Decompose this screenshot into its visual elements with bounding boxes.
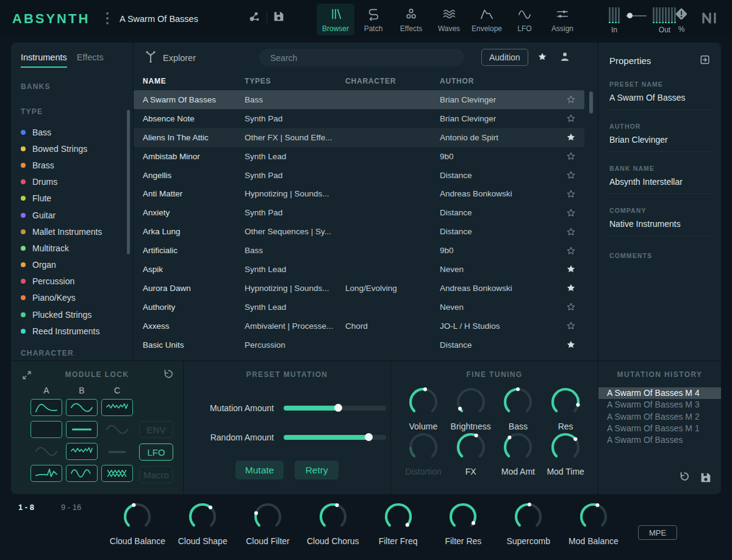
table-row[interactable]: Anti MatterHypnotizing | Sounds...Andrea… (134, 184, 584, 203)
knob-dial[interactable] (550, 386, 581, 420)
tab-effects[interactable]: Effects (392, 4, 430, 35)
knob-mod-balance[interactable]: Mod Balance (561, 501, 626, 546)
type-item-bowed-strings[interactable]: Bowed Strings (21, 140, 133, 157)
retry-button[interactable]: Retry (295, 461, 339, 479)
history-item[interactable]: A Swarm Of Basses (598, 434, 721, 446)
knob-filter-res[interactable]: Filter Res (431, 501, 496, 546)
table-row[interactable]: Ambistab MinorSynth Lead9b0 (134, 147, 584, 166)
favorite-star-icon[interactable] (558, 170, 584, 180)
mpe-button[interactable]: MPE (638, 525, 677, 540)
table-row[interactable]: AuthoritySynth LeadNeven (134, 298, 584, 317)
knob-dial[interactable] (455, 386, 487, 420)
tab-effects[interactable]: Effects (77, 52, 104, 68)
ni-logo[interactable] (699, 10, 720, 28)
history-item[interactable]: A Swarm Of Basses M 4 (598, 387, 721, 399)
table-row[interactable]: Aurora DawnHypnotizing | Sounds...Long/E… (134, 279, 584, 298)
knob-dial[interactable] (318, 501, 348, 534)
module-lock-sine-wave-c[interactable] (101, 421, 133, 438)
module-lock-xwave-wave-c[interactable] (101, 465, 133, 482)
section-character[interactable]: CHARACTER (21, 349, 133, 357)
knob-cloud-shape[interactable]: Cloud Shape (170, 501, 235, 546)
knob-filter-freq[interactable]: Filter Freq (365, 501, 431, 546)
favorite-star-icon[interactable] (558, 302, 584, 312)
section-banks[interactable]: BANKS (21, 82, 133, 91)
sidebar-scrollbar[interactable] (127, 110, 130, 254)
table-row[interactable]: Arka LungOther Sequences | Sy...Distance (134, 222, 584, 241)
knob-dial[interactable] (122, 501, 152, 534)
type-item-reed-instruments[interactable]: Reed Instruments (21, 323, 133, 339)
expand-icon[interactable] (21, 369, 33, 384)
knob-cloud-filter[interactable]: Cloud Filter (235, 501, 301, 546)
save-icon[interactable] (272, 10, 285, 26)
table-row[interactable]: AnxietySynth PadDistance (134, 203, 584, 222)
tab-waves[interactable]: Waves (430, 4, 468, 35)
knob-brightness[interactable]: Brightness (447, 386, 495, 431)
favorite-star-icon[interactable] (558, 151, 584, 161)
page-tab-9-16[interactable]: 9 - 16 (61, 503, 81, 512)
knob-dial[interactable] (407, 386, 439, 420)
module-lock-noise-wave-c[interactable] (101, 399, 133, 416)
table-row[interactable]: AxxessAmbivalent | Processe...ChordJO-L … (134, 317, 584, 336)
module-lock-button-env[interactable]: ENV (139, 421, 173, 438)
type-item-piano-keys[interactable]: Piano/Keys (21, 290, 133, 306)
knob-dial[interactable] (550, 431, 581, 465)
module-lock-noise-wave-b[interactable] (66, 443, 98, 460)
knob-dial[interactable] (578, 501, 609, 534)
reset-icon[interactable] (162, 368, 173, 382)
module-lock-button-macro[interactable]: Macro (139, 466, 173, 483)
knob-mod-time[interactable]: Mod Time (542, 431, 589, 476)
undo-icon[interactable] (678, 471, 689, 487)
save-mutation-icon[interactable] (699, 471, 712, 487)
knob-fx[interactable]: FX (447, 431, 495, 476)
type-item-brass[interactable]: Brass (21, 157, 133, 173)
knob-cloud-balance[interactable]: Cloud Balance (105, 501, 170, 546)
module-lock-ramp-wave-a[interactable] (30, 465, 62, 482)
module-lock-hill-wave-a[interactable] (30, 399, 62, 416)
tab-patch[interactable]: Patch (354, 4, 392, 35)
knob-mod-amt[interactable]: Mod Amt (495, 431, 542, 476)
type-item-plucked-strings[interactable]: Plucked Strings (21, 306, 133, 323)
history-item[interactable]: A Swarm Of Basses M 1 (598, 423, 721, 434)
favorite-star-icon[interactable] (558, 95, 584, 104)
knob-dial[interactable] (187, 501, 218, 534)
knob-volume[interactable]: Volume (400, 386, 447, 431)
table-row[interactable]: Basic UnitsPercussionDistance (134, 336, 584, 354)
table-row[interactable]: AngellisSynth PadDistance (134, 166, 584, 185)
module-lock-button-lfo[interactable]: LFO (139, 443, 173, 461)
panel-collapse-icon[interactable] (699, 54, 711, 68)
audition-button[interactable]: Audition (481, 49, 528, 66)
knob-res[interactable]: Res (542, 386, 589, 431)
history-item[interactable]: A Swarm Of Basses M 2 (598, 411, 721, 423)
table-row[interactable]: AspikSynth LeadNeven (134, 260, 584, 279)
knob-dial[interactable] (502, 431, 534, 465)
history-item[interactable]: A Swarm Of Basses M 3 (598, 399, 721, 411)
menu-dots-icon[interactable] (106, 12, 109, 24)
column-header-character[interactable]: CHARACTER (345, 77, 440, 85)
tab-assign[interactable]: Assign (544, 4, 581, 35)
type-item-percussion[interactable]: Percussion (21, 273, 133, 290)
explorer-button[interactable]: Explorer (144, 50, 196, 65)
random-icon[interactable] (247, 9, 262, 26)
favorite-star-filled-icon[interactable] (558, 340, 584, 350)
column-header-author[interactable]: AUTHOR (440, 77, 558, 85)
module-lock-hline-wave-b[interactable] (66, 421, 98, 438)
table-row[interactable]: ArtificialicBass9b0 (134, 241, 584, 260)
favorite-star-filled-icon[interactable] (558, 264, 584, 274)
favorite-star-icon[interactable] (558, 321, 584, 331)
table-row[interactable]: Absence NoteSynth PadBrian Clevinger (134, 109, 584, 128)
type-item-guitar[interactable]: Guitar (21, 207, 133, 223)
type-item-flute[interactable]: Flute (21, 190, 133, 207)
knob-supercomb[interactable]: Supercomb (496, 501, 561, 546)
favorite-star-icon[interactable] (558, 227, 584, 237)
column-header-name[interactable]: NAME (143, 77, 245, 85)
type-item-mallet-instruments[interactable]: Mallet Instruments (21, 223, 133, 240)
favorites-filter-icon[interactable] (537, 52, 547, 64)
knob-dial[interactable] (448, 501, 478, 534)
type-item-bass[interactable]: Bass (21, 124, 133, 140)
favorite-star-icon[interactable] (558, 208, 584, 218)
knob-bass[interactable]: Bass (495, 386, 542, 431)
favorite-star-icon[interactable] (558, 113, 584, 123)
master-volume-slider[interactable] (626, 13, 647, 19)
mutate-button[interactable]: Mutate (235, 461, 284, 479)
knob-dial[interactable] (253, 501, 283, 534)
